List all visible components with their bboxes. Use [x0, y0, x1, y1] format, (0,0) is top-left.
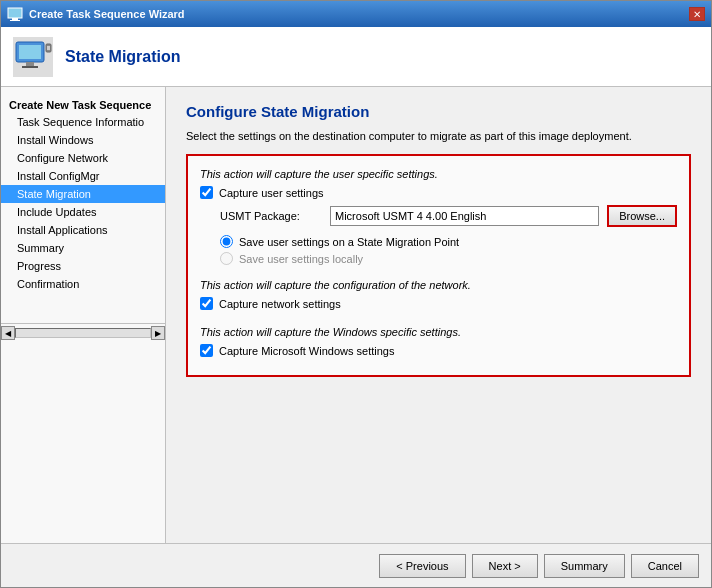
capture-network-checkbox[interactable] — [200, 297, 213, 310]
sidebar-item-install-applications[interactable]: Install Applications — [1, 221, 165, 239]
sidebar-item-configure-network[interactable]: Configure Network — [1, 149, 165, 167]
sidebar-item-install-windows[interactable]: Install Windows — [1, 131, 165, 149]
page-title: Configure State Migration — [186, 103, 691, 120]
svg-rect-1 — [12, 18, 18, 20]
svg-rect-6 — [22, 66, 38, 68]
next-button[interactable]: Next > — [472, 554, 538, 578]
sidebar-item-install-configmgr[interactable]: Install ConfigMgr — [1, 167, 165, 185]
radio-migration-point-row: Save user settings on a State Migration … — [220, 235, 677, 248]
close-button[interactable]: ✕ — [689, 7, 705, 21]
capture-user-row: Capture user settings — [200, 186, 677, 199]
capture-user-checkbox[interactable] — [200, 186, 213, 199]
sidebar-scroll-left[interactable]: ◀ — [1, 326, 15, 340]
sidebar-item-progress[interactable]: Progress — [1, 257, 165, 275]
title-bar: Create Task Sequence Wizard ✕ — [1, 1, 711, 27]
sidebar: Create New Task Sequence Task Sequence I… — [1, 87, 166, 543]
usmt-row: USMT Package: Browse... — [220, 205, 677, 227]
capture-windows-label: Capture Microsoft Windows settings — [219, 345, 394, 357]
page-description: Select the settings on the destination c… — [186, 130, 691, 142]
section2-desc: This action will capture the configurati… — [200, 279, 677, 291]
capture-windows-checkbox[interactable] — [200, 344, 213, 357]
content-area: Create New Task Sequence Task Sequence I… — [1, 87, 711, 543]
window-title: Create Task Sequence Wizard — [29, 8, 185, 20]
settings-box: This action will capture the user specif… — [186, 154, 691, 377]
capture-network-row: Capture network settings — [200, 297, 677, 310]
summary-button[interactable]: Summary — [544, 554, 625, 578]
capture-windows-row: Capture Microsoft Windows settings — [200, 344, 677, 357]
usmt-input[interactable] — [330, 206, 599, 226]
svg-rect-8 — [47, 46, 50, 50]
save-locally-label: Save user settings locally — [239, 253, 363, 265]
computer-icon — [14, 38, 52, 76]
svg-rect-2 — [10, 20, 20, 21]
header-title: State Migration — [65, 48, 181, 66]
usmt-label: USMT Package: — [220, 210, 330, 222]
window-icon — [7, 6, 23, 22]
header-bar: State Migration — [1, 27, 711, 87]
save-migration-point-radio[interactable] — [220, 235, 233, 248]
sidebar-item-state-migration[interactable]: State Migration — [1, 185, 165, 203]
sidebar-scroll-track — [15, 328, 151, 338]
sidebar-section-title: Create New Task Sequence — [1, 95, 165, 113]
sidebar-item-include-updates[interactable]: Include Updates — [1, 203, 165, 221]
header-icon — [13, 37, 53, 77]
save-locally-radio[interactable] — [220, 252, 233, 265]
main-panel: Configure State Migration Select the set… — [166, 87, 711, 543]
cancel-button[interactable]: Cancel — [631, 554, 699, 578]
title-bar-left: Create Task Sequence Wizard — [7, 6, 185, 22]
capture-network-label: Capture network settings — [219, 298, 341, 310]
section3-desc: This action will capture the Windows spe… — [200, 326, 677, 338]
sidebar-item-confirmation[interactable]: Confirmation — [1, 275, 165, 293]
svg-rect-4 — [19, 45, 41, 59]
sidebar-item-summary[interactable]: Summary — [1, 239, 165, 257]
sidebar-item-task-sequence-info[interactable]: Task Sequence Informatio — [1, 113, 165, 131]
footer-bar: < Previous Next > Summary Cancel — [1, 543, 711, 587]
section1-desc: This action will capture the user specif… — [200, 168, 677, 180]
save-migration-point-label: Save user settings on a State Migration … — [239, 236, 459, 248]
radio-save-locally-row: Save user settings locally — [220, 252, 677, 265]
sidebar-scroll-right[interactable]: ▶ — [151, 326, 165, 340]
previous-button[interactable]: < Previous — [379, 554, 465, 578]
browse-button[interactable]: Browse... — [607, 205, 677, 227]
capture-user-label: Capture user settings — [219, 187, 324, 199]
svg-rect-0 — [8, 8, 22, 18]
svg-rect-5 — [26, 62, 34, 66]
main-window: Create Task Sequence Wizard ✕ State Migr… — [0, 0, 712, 588]
